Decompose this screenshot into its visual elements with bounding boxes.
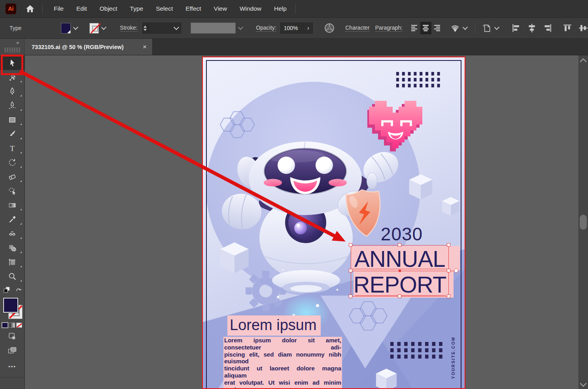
artboard-tool[interactable] (0, 255, 25, 269)
fill-color-swatch[interactable] (61, 23, 70, 34)
menu-effect[interactable]: Effect (179, 0, 207, 18)
opacity-link[interactable]: Opacity: (256, 25, 276, 32)
twirl-tool[interactable] (0, 227, 25, 241)
shape-builder-tool[interactable] (0, 241, 25, 255)
selection-tool[interactable] (0, 56, 25, 70)
draw-mode-button[interactable] (0, 332, 25, 341)
opacity-input[interactable]: 100% (280, 23, 304, 34)
website-text[interactable]: YOURSITE.COM (451, 336, 456, 389)
scroll-down-icon[interactable] (580, 380, 587, 387)
gradient-tool[interactable] (0, 198, 25, 212)
selection-handle[interactable] (398, 243, 401, 247)
paintbrush-tool[interactable] (0, 127, 25, 141)
screen-mode-button[interactable] (0, 346, 25, 355)
home-icon[interactable] (26, 5, 34, 13)
scrollbar-thumb[interactable] (580, 215, 587, 230)
opacity-menu-button[interactable]: › (304, 23, 313, 34)
app-logo-icon[interactable]: Ai (6, 4, 16, 14)
year-text[interactable]: 2030 (380, 223, 424, 245)
menu-view[interactable]: View (208, 0, 233, 18)
robot-illustration[interactable] (219, 140, 401, 328)
dots-pattern-bottom[interactable] (390, 342, 445, 361)
panel-grip[interactable] (3, 46, 21, 54)
menu-file[interactable]: File (47, 0, 70, 18)
type-tool[interactable]: T (0, 141, 25, 155)
fill-dropdown-chevron[interactable] (73, 25, 79, 30)
align-horizontal-left-button[interactable] (511, 23, 521, 33)
character-panel-link[interactable]: Character (345, 25, 369, 32)
align-center-button[interactable] (420, 22, 432, 34)
menu-edit[interactable]: Edit (70, 0, 93, 18)
menu-bar: Ai File Edit Object Type Select Effect V… (0, 0, 588, 18)
lasso-tool[interactable] (0, 184, 25, 198)
paragraph-panel-link[interactable]: Paragraph: (375, 25, 403, 32)
eraser-tool[interactable] (0, 170, 25, 184)
canvas-area[interactable]: 2030 ANNUAL REPORT Lorem ipsum (25, 55, 588, 389)
panel-divider (0, 377, 25, 378)
selection-handle[interactable] (447, 269, 450, 272)
direct-selection-tool[interactable] (0, 70, 25, 84)
selection-center-point[interactable] (399, 270, 401, 272)
align-horizontal-right-button[interactable] (543, 23, 552, 33)
curvature-tool[interactable] (0, 98, 25, 113)
eyedropper-tool[interactable] (0, 212, 25, 227)
selection-handle[interactable] (349, 243, 352, 247)
stroke-weight-stepper[interactable] (142, 23, 148, 34)
heading-text[interactable]: Lorem ipsum (227, 317, 321, 334)
dots-pattern-top[interactable] (396, 72, 440, 88)
document-setup-chevron[interactable] (494, 25, 500, 30)
align-left-button[interactable] (409, 22, 420, 34)
zoom-tool[interactable] (0, 269, 25, 283)
body-text[interactable]: Lorem ipsum dolor sit amet, consectetuer… (223, 337, 342, 389)
selection-handle[interactable] (349, 295, 352, 298)
vertical-scrollbar[interactable] (579, 55, 588, 389)
swap-colors-icon[interactable] (15, 286, 22, 295)
menu-window[interactable]: Window (233, 0, 268, 18)
rotate-tool[interactable] (0, 155, 25, 170)
stroke-dropdown-chevron[interactable] (101, 25, 107, 30)
rectangle-tool[interactable] (0, 113, 25, 127)
fill-swatch[interactable] (3, 298, 18, 313)
envelope-warp-icon[interactable] (450, 23, 460, 33)
stroke-panel-link[interactable]: Stroke: (120, 25, 137, 32)
artboard[interactable]: 2030 ANNUAL REPORT Lorem ipsum (202, 57, 465, 389)
cube-shape[interactable] (375, 368, 397, 389)
cube-shape[interactable] (442, 196, 460, 216)
panel-expand-icon[interactable]: » (0, 39, 24, 45)
selection-type-label: Type (9, 25, 21, 31)
default-colors-icon[interactable] (3, 286, 11, 296)
selection-handle[interactable] (447, 295, 450, 298)
svg-text:T: T (10, 144, 15, 153)
hexagon-pattern-left[interactable] (219, 110, 257, 141)
document-tab-bar: 7332105.ai @ 50 % (RGB/Preview) × (25, 39, 588, 55)
envelope-warp-chevron[interactable] (463, 25, 468, 30)
document-tab[interactable]: 7332105.ai @ 50 % (RGB/Preview) × (25, 39, 153, 55)
align-vertical-center-button[interactable] (579, 23, 588, 33)
align-vertical-top-button[interactable] (563, 23, 572, 33)
stroke-weight-select[interactable] (148, 23, 181, 34)
illustrator-window: Ai File Edit Object Type Select Effect V… (0, 0, 588, 389)
menu-type[interactable]: Type (124, 0, 150, 18)
none-mode-button[interactable] (16, 323, 22, 328)
menu-separator (42, 4, 43, 14)
document-setup-icon[interactable] (482, 23, 492, 33)
selection-handle[interactable] (349, 269, 352, 272)
selection-handle[interactable] (447, 243, 450, 247)
selection-rotate-handle[interactable] (454, 268, 458, 273)
recolor-artwork-icon[interactable] (324, 23, 335, 34)
selection-handle[interactable] (398, 295, 401, 298)
cube-shape[interactable] (408, 174, 433, 200)
scroll-up-icon[interactable] (580, 59, 587, 65)
align-right-button[interactable] (431, 22, 443, 34)
align-horizontal-center-button[interactable] (527, 23, 537, 33)
stroke-color-swatch[interactable] (89, 23, 99, 34)
menu-select[interactable]: Select (149, 0, 179, 18)
menu-help[interactable]: Help (268, 0, 293, 18)
color-mode-button[interactable] (2, 323, 8, 328)
more-tools-button[interactable]: ••• (0, 364, 25, 370)
document-tab-title: 7332105.ai @ 50 % (RGB/Preview) (32, 44, 124, 50)
tab-close-icon[interactable]: × (143, 43, 147, 50)
gradient-mode-button[interactable] (9, 323, 15, 328)
menu-object[interactable]: Object (93, 0, 124, 18)
pen-tool[interactable] (0, 84, 25, 98)
